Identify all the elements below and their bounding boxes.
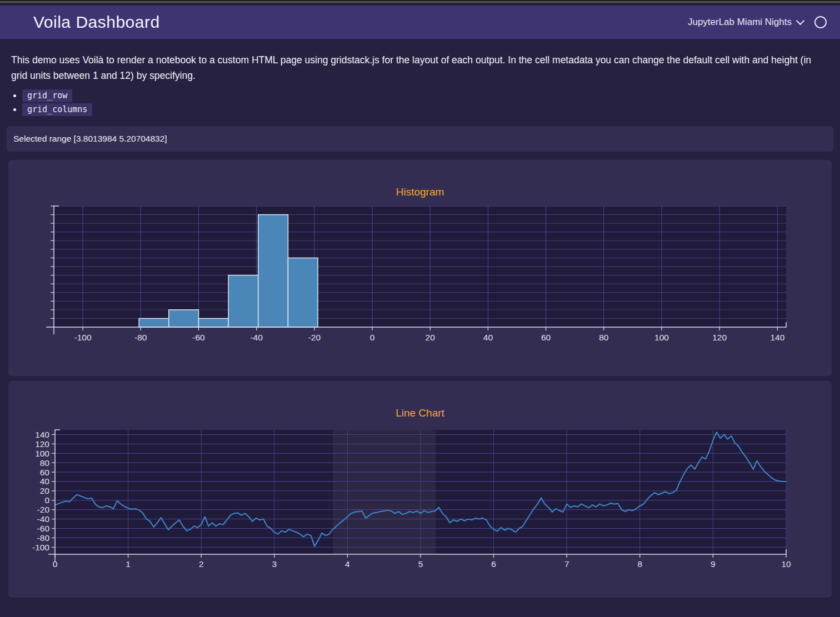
window-top-strip <box>0 0 840 6</box>
x-tick-label: 1 <box>126 559 131 569</box>
x-tick-label: 6 <box>491 559 496 569</box>
x-tick-label: -20 <box>308 333 321 342</box>
line-chart-title: Line Chart <box>8 381 832 420</box>
y-tick-label: -20 <box>37 505 50 514</box>
x-tick-label: -100 <box>74 333 92 342</box>
x-tick-label: 5 <box>418 559 423 569</box>
y-tick-label: -40 <box>37 514 50 524</box>
y-tick-label: 140 <box>35 430 49 439</box>
kernel-status-icon[interactable] <box>814 16 827 28</box>
x-tick-label: -60 <box>192 333 205 342</box>
grid-columns-code: grid_columns <box>22 103 92 116</box>
x-tick-label: 3 <box>272 559 277 569</box>
x-tick-label: 0 <box>370 333 375 342</box>
y-tick-label: 100 <box>35 449 49 458</box>
y-tick-label: -100 <box>32 543 49 552</box>
x-tick-label: 4 <box>345 559 350 569</box>
histogram-bar <box>169 310 199 327</box>
x-tick-label: -80 <box>134 333 147 342</box>
x-tick-label: 60 <box>541 333 551 342</box>
dashboard-body: This demo uses Voilà to render a noteboo… <box>0 39 840 598</box>
list-item: grid_columns <box>22 104 840 114</box>
chevron-down-icon <box>796 17 805 26</box>
histogram-bar <box>139 318 169 327</box>
intro-paragraph: This demo uses Voilà to render a noteboo… <box>0 39 840 83</box>
x-tick-label: 10 <box>781 559 791 569</box>
y-tick-label: -60 <box>37 524 50 533</box>
x-tick-label: 20 <box>426 333 436 342</box>
histogram-bar <box>198 318 228 327</box>
x-tick-label: 40 <box>483 333 493 342</box>
y-tick-label: 80 <box>40 458 50 468</box>
list-item: grid_row <box>22 91 840 101</box>
histogram-panel: Histogram -100-80-60-40-2002040608010012… <box>8 160 832 376</box>
x-tick-label: 9 <box>711 559 716 569</box>
app-header: Voila Dashboard JupyterLab Miami Nights <box>0 6 840 39</box>
histogram-bar <box>288 258 318 327</box>
page-title: Voila Dashboard <box>33 13 160 32</box>
y-tick-label: 120 <box>35 439 49 449</box>
x-tick-label: 100 <box>654 333 669 342</box>
line-chart[interactable]: 140120100806040200-20-40-60-80-100012345… <box>8 420 832 598</box>
histogram-title: Histogram <box>8 160 832 199</box>
x-tick-label: 80 <box>599 333 609 342</box>
y-tick-label: 40 <box>40 476 50 486</box>
y-tick-label: -80 <box>37 533 50 543</box>
grid-row-code: grid_row <box>22 89 72 102</box>
selected-range-output: Selected range [3.8013984 5.20704832] <box>7 126 833 152</box>
histogram-bar <box>228 275 258 327</box>
y-tick-label: 20 <box>40 486 50 495</box>
theme-selector-label: JupyterLab Miami Nights <box>688 17 792 28</box>
histogram-bar <box>258 215 288 327</box>
y-tick-label: 0 <box>44 495 49 505</box>
header-right: JupyterLab Miami Nights <box>688 16 827 28</box>
x-tick-label: -40 <box>250 333 263 342</box>
histogram-chart[interactable]: -100-80-60-40-20020406080100120140 <box>8 199 832 376</box>
x-tick-label: 120 <box>712 333 727 342</box>
x-tick-label: 140 <box>770 333 784 342</box>
theme-selector[interactable]: JupyterLab Miami Nights <box>688 17 803 28</box>
x-tick-label: 2 <box>199 559 204 569</box>
line-chart-panel: Line Chart 140120100806040200-20-40-60-8… <box>8 381 832 598</box>
x-tick-label: 8 <box>637 559 642 569</box>
y-tick-label: 60 <box>40 468 50 477</box>
metadata-options-list: grid_row grid_columns <box>0 91 840 114</box>
x-tick-label: 7 <box>564 559 569 569</box>
